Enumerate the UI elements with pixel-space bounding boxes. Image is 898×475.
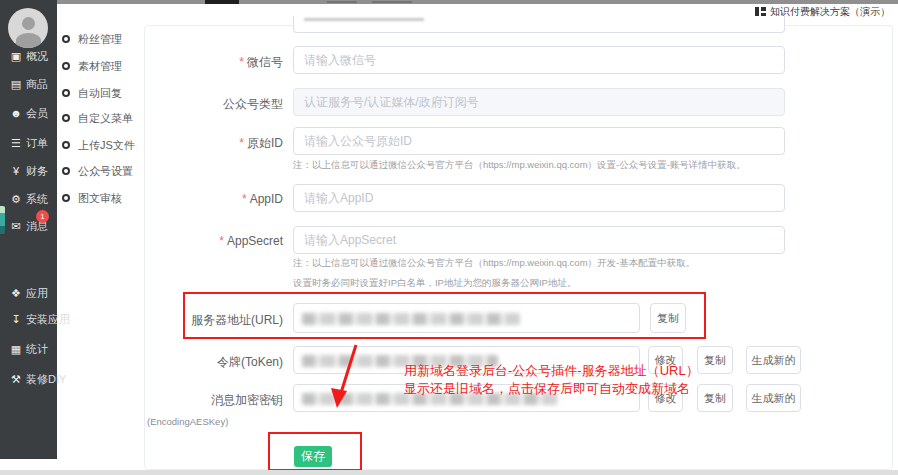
side-widget-handle[interactable]	[0, 206, 5, 234]
clipped-text-smudge	[327, 1, 357, 3]
circle-bullet-icon	[62, 35, 70, 43]
annotation-line1: 用新域名登录后台-公众号插件-服务器地址（URL）	[404, 362, 699, 380]
sidebar-item-2[interactable]: ▤商品	[0, 75, 57, 93]
sidebar-item-4[interactable]: ☰订单	[0, 134, 57, 152]
sidebar-item-3[interactable]: ☻会员	[0, 104, 57, 122]
sidebar-item-8[interactable]: ❖应用	[0, 284, 57, 302]
required-star: *	[219, 234, 224, 248]
sidebar-item-7[interactable]: ✉消息1	[0, 217, 57, 235]
clipped-placeholder-smudge	[304, 18, 424, 21]
original-id-input[interactable]	[293, 127, 785, 155]
annotation-text: 用新域名登录后台-公众号插件-服务器地址（URL） 显示还是旧域名，点击保存后即…	[404, 362, 699, 398]
sidebar-item-label: 应用	[26, 286, 48, 301]
clipped-text-smudge	[372, 1, 412, 3]
sidebar-item-10[interactable]: ▦统计	[0, 340, 57, 358]
appid-label: *AppID	[103, 192, 283, 206]
aes-generate-button[interactable]: 生成新的	[746, 384, 801, 412]
apps-icon: ❖	[9, 287, 23, 300]
appsecret-label: *AppSecret	[103, 234, 283, 248]
avatar-person-icon	[22, 17, 35, 30]
circle-bullet-icon	[62, 114, 70, 122]
avatar[interactable]	[8, 8, 48, 48]
page-root: ▣概况▤商品☻会员☰订单¥财务⚙系统✉消息1❖应用↧安装应用▦统计⚒装修DIY …	[0, 0, 898, 475]
wechat-id-label: *微信号	[103, 54, 283, 71]
aes-copy-button[interactable]: 复制	[697, 384, 733, 412]
sidebar-item-label: 装修DIY	[26, 372, 66, 387]
sidebar-item-label: 概况	[26, 49, 48, 64]
circle-bullet-icon	[62, 62, 70, 70]
required-star: *	[239, 136, 244, 150]
avatar-person-icon	[16, 33, 41, 48]
ip-whitelist-note: 设置时务必同时设置好IP白名单，IP地址为您的服务器公网IP地址。	[293, 277, 576, 290]
appid-input[interactable]	[293, 184, 785, 212]
circle-bullet-icon	[62, 89, 70, 97]
required-star: *	[239, 55, 244, 69]
sidebar-item-label: 安装应用	[26, 312, 70, 327]
sidebar-item-5[interactable]: ¥财务	[0, 162, 57, 180]
stats-icon: ▦	[9, 343, 23, 356]
system-icon: ⚙	[9, 193, 23, 206]
sidebar-item-label: 会员	[26, 106, 48, 121]
token-copy-button[interactable]: 复制	[697, 346, 733, 374]
overview-icon: ▣	[9, 50, 23, 63]
annotation-rect-save	[268, 432, 362, 471]
account-type-label: 公众号类型	[103, 96, 283, 113]
token-label: 令牌(ToKen)	[103, 354, 283, 371]
original-id-note: 注：以上信息可以通过微信公众号官方平台（https://mp.weixin.qq…	[293, 159, 746, 172]
aes-key-label: 消息加密密钥	[103, 392, 283, 409]
circle-bullet-icon	[62, 194, 70, 202]
sidebar-item-label: 商品	[26, 77, 48, 92]
token-generate-button[interactable]: 生成新的	[746, 346, 801, 374]
original-id-label: *原始ID	[103, 135, 283, 152]
submenu-item-label: 公众号设置	[78, 164, 133, 179]
sidebar-item-label: 财务	[26, 164, 48, 179]
messages-icon: ✉	[9, 220, 23, 233]
account-type-input	[293, 88, 785, 116]
members-icon: ☻	[9, 107, 23, 119]
aes-key-sublabel: (EncodingAESKey)	[147, 416, 228, 427]
sidebar-item-9[interactable]: ↧安装应用	[0, 310, 57, 328]
decorate-diy-icon: ⚒	[9, 373, 23, 386]
main-sidebar: ▣概况▤商品☻会员☰订单¥财务⚙系统✉消息1❖应用↧安装应用▦统计⚒装修DIY	[0, 0, 57, 459]
sidebar-item-6[interactable]: ⚙系统	[0, 190, 57, 208]
goods-icon: ▤	[9, 78, 23, 91]
brand-label: 知识付费解决方案（演示）	[770, 5, 890, 19]
wechat-id-input[interactable]	[293, 46, 785, 74]
sidebar-item-11[interactable]: ⚒装修DIY	[0, 370, 57, 388]
install-apps-icon: ↧	[9, 313, 23, 326]
bottom-edge-strip	[0, 470, 898, 475]
unread-badge: 1	[36, 210, 49, 223]
appsecret-note: 注：以上信息可以通过微信公众号官方平台（https://mp.weixin.qq…	[293, 257, 695, 270]
clipped-input-remnant	[293, 16, 785, 33]
clipped-dark-block	[205, 0, 239, 4]
orders-icon: ☰	[9, 137, 23, 150]
submenu-item-6[interactable]: 公众号设置	[62, 163, 133, 179]
clipped-top-strip	[57, 0, 898, 4]
sidebar-item-label: 订单	[26, 136, 48, 151]
sidebar-item-label: 系统	[26, 192, 48, 207]
submenu-item-1[interactable]: 粉丝管理	[62, 31, 122, 47]
circle-bullet-icon	[62, 141, 70, 149]
annotation-line2: 显示还是旧域名，点击保存后即可自动变成新域名	[404, 380, 699, 398]
annotation-rect-url	[183, 292, 706, 339]
sidebar-item-1[interactable]: ▣概况	[0, 47, 57, 65]
circle-bullet-icon	[62, 167, 70, 175]
submenu-item-label: 粉丝管理	[78, 32, 122, 47]
appsecret-input[interactable]	[293, 226, 785, 254]
finance-icon: ¥	[9, 165, 23, 177]
sidebar-item-label: 统计	[26, 342, 48, 357]
required-star: *	[242, 192, 247, 206]
